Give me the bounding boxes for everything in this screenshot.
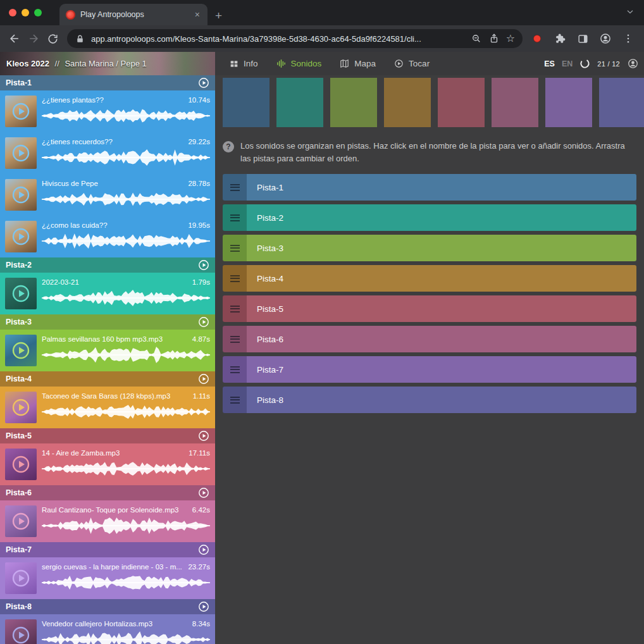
- extensions-puzzle-icon[interactable]: [550, 29, 569, 48]
- back-button[interactable]: [5, 29, 24, 48]
- address-bar[interactable]: app.antropoloops.com/Kleos-Santa-Marina/…: [67, 29, 523, 48]
- track-swatch-7[interactable]: [545, 78, 592, 127]
- tab-search-chevron-icon[interactable]: [625, 6, 635, 19]
- zoom-icon[interactable]: [471, 33, 482, 44]
- waveform[interactable]: [42, 107, 210, 125]
- sound-item[interactable]: sergio cuevas - la harpe indienne - 03 -…: [0, 557, 215, 599]
- track-row[interactable]: Pista-2: [223, 204, 636, 231]
- waveform[interactable]: [42, 574, 210, 591]
- track-swatch-8[interactable]: [599, 78, 644, 127]
- track-row-bar[interactable]: Pista-8: [247, 387, 636, 413]
- nav-item-info[interactable]: Info: [229, 59, 258, 69]
- sound-item[interactable]: Palmas sevillanas 160 bpm mp3.mp3 4.87s: [0, 330, 215, 371]
- waveform[interactable]: [42, 460, 210, 478]
- sound-item[interactable]: ¿¿tienes plantas?? 10.74s: [0, 90, 215, 132]
- track-row-bar[interactable]: Pista-7: [247, 356, 636, 383]
- waveform[interactable]: [42, 289, 210, 307]
- drag-handle[interactable]: [223, 356, 247, 383]
- sound-item[interactable]: Taconeo de Sara Baras (128 kbps).mp3 1.1…: [0, 387, 215, 428]
- share-icon[interactable]: [488, 33, 500, 44]
- track-row-bar[interactable]: Pista-1: [247, 174, 636, 201]
- nav-item-tocar[interactable]: Tocar: [393, 58, 430, 69]
- track-row[interactable]: Pista-3: [223, 235, 636, 261]
- track-row-bar[interactable]: Pista-3: [247, 235, 636, 261]
- recording-extension-icon[interactable]: [528, 29, 547, 48]
- track-play-icon[interactable]: [198, 544, 209, 555]
- url-text[interactable]: app.antropoloops.com/Kleos-Santa-Marina/…: [91, 34, 465, 44]
- sidebar-track-header[interactable]: Pista-7: [0, 542, 215, 557]
- side-panel-icon[interactable]: [573, 29, 592, 48]
- waveform[interactable]: [42, 232, 210, 250]
- track-play-icon[interactable]: [198, 430, 209, 442]
- tab-close-button[interactable]: ×: [194, 9, 201, 20]
- track-row-bar[interactable]: Pista-6: [247, 326, 636, 352]
- track-swatch-5[interactable]: [438, 78, 485, 127]
- sound-item[interactable]: Raul Cantizano- Toque por Solenoide.mp3 …: [0, 500, 215, 542]
- track-row[interactable]: Pista-6: [223, 326, 636, 352]
- bookmark-star-icon[interactable]: ☆: [506, 34, 515, 44]
- sound-item[interactable]: Hiviscus de Pepe 28.78s: [0, 174, 215, 216]
- window-close-button[interactable]: [9, 9, 16, 16]
- sound-item[interactable]: ¿¿tienes recuerdos?? 29.22s: [0, 132, 215, 174]
- track-play-icon[interactable]: [198, 259, 209, 271]
- track-swatch-3[interactable]: [330, 78, 377, 127]
- track-swatch-4[interactable]: [384, 78, 431, 127]
- track-play-icon[interactable]: [198, 601, 209, 612]
- sidebar-track-header[interactable]: Pista-1: [0, 75, 215, 90]
- breadcrumb-path[interactable]: Santa Marina / Pepe 1: [65, 59, 146, 68]
- track-row[interactable]: Pista-4: [223, 265, 636, 292]
- track-play-icon[interactable]: [198, 373, 209, 385]
- waveform[interactable]: [42, 149, 210, 166]
- drag-handle[interactable]: [223, 387, 247, 413]
- sound-item[interactable]: 14 - Aire de Zamba.mp3 17.11s: [0, 443, 215, 485]
- sidebar-track-header[interactable]: Pista-6: [0, 485, 215, 500]
- drag-handle[interactable]: [223, 265, 247, 292]
- browser-menu-icon[interactable]: [619, 29, 638, 48]
- browser-tab[interactable]: Play Antropoloops ×: [59, 4, 207, 25]
- reload-button[interactable]: [43, 29, 62, 48]
- sound-item[interactable]: ¿¿como las cuida?? 19.95s: [0, 216, 215, 257]
- track-play-icon[interactable]: [198, 487, 209, 498]
- sidebar-track-header[interactable]: Pista-3: [0, 314, 215, 330]
- waveform[interactable]: [42, 346, 210, 364]
- sidebar-track-header[interactable]: Pista-8: [0, 599, 215, 614]
- window-minimize-button[interactable]: [22, 9, 29, 16]
- breadcrumb-project[interactable]: Kleos 2022: [6, 59, 49, 68]
- drag-handle[interactable]: [223, 174, 247, 201]
- waveform[interactable]: [42, 190, 210, 208]
- nav-item-mapa[interactable]: Mapa: [339, 58, 376, 69]
- track-play-icon[interactable]: [198, 77, 209, 89]
- track-row-bar[interactable]: Pista-2: [247, 204, 636, 231]
- sidebar-track-header[interactable]: Pista-2: [0, 257, 215, 273]
- nav-item-sonidos[interactable]: Sonidos: [276, 58, 322, 69]
- track-swatch-1[interactable]: [223, 78, 269, 127]
- track-row[interactable]: Pista-7: [223, 356, 636, 383]
- track-swatch-6[interactable]: [492, 78, 538, 127]
- track-row[interactable]: Pista-8: [223, 387, 636, 413]
- forward-button[interactable]: [24, 29, 43, 48]
- sidebar-track-header[interactable]: Pista-4: [0, 371, 215, 387]
- new-tab-button[interactable]: +: [215, 9, 222, 22]
- account-icon[interactable]: [627, 58, 639, 70]
- sound-item[interactable]: 2022-03-21 1.79s: [0, 273, 215, 314]
- drag-handle[interactable]: [223, 235, 247, 261]
- track-play-icon[interactable]: [198, 316, 209, 328]
- track-row-bar[interactable]: Pista-4: [247, 265, 636, 292]
- waveform[interactable]: [42, 517, 210, 535]
- track-row-bar[interactable]: Pista-5: [247, 295, 636, 322]
- track-row[interactable]: Pista-1: [223, 174, 636, 201]
- profile-avatar-icon[interactable]: [596, 29, 615, 48]
- lang-toggle-en[interactable]: EN: [562, 59, 573, 68]
- sidebar-track-header[interactable]: Pista-5: [0, 428, 215, 443]
- project-thumbnail[interactable]: Kleos 2022 // Santa Marina / Pepe 1: [0, 52, 215, 75]
- drag-handle[interactable]: [223, 326, 247, 352]
- waveform[interactable]: [42, 631, 210, 644]
- lang-toggle-es[interactable]: ES: [544, 59, 555, 68]
- track-swatch-2[interactable]: [276, 78, 323, 127]
- sound-item[interactable]: Vendedor callejero Hortalizas.mp3 8.34s: [0, 614, 215, 644]
- waveform[interactable]: [42, 403, 210, 421]
- drag-handle[interactable]: [223, 295, 247, 322]
- track-row[interactable]: Pista-5: [223, 295, 636, 322]
- window-zoom-button[interactable]: [34, 9, 42, 16]
- drag-handle[interactable]: [223, 204, 247, 231]
